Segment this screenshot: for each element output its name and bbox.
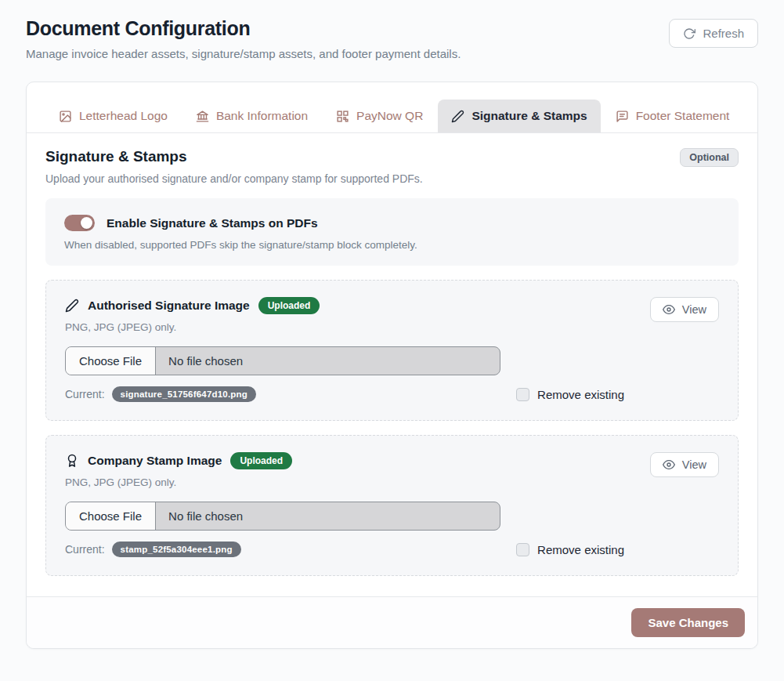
choose-file-button[interactable]: Choose File [66, 502, 156, 530]
stamp-upload-card: Company Stamp Image Uploaded PNG, JPG (J… [45, 435, 739, 576]
stamp-file-input[interactable]: Choose File No file chosen [65, 502, 500, 531]
view-label: View [682, 303, 706, 316]
pen-icon [65, 299, 79, 313]
tab-paynow-qr[interactable]: PayNow QR [323, 100, 436, 132]
file-chosen-text: No file chosen [156, 502, 255, 530]
signature-file-input[interactable]: Choose File No file chosen [65, 346, 500, 375]
section-title: Signature & Stamps [45, 148, 187, 165]
current-label: Current: [65, 543, 105, 556]
upload-card-title-block: Authorised Signature Image Uploaded PNG,… [65, 297, 320, 333]
toggle-helper-text: When disabled, supported PDFs skip the s… [64, 239, 720, 251]
tab-label: Bank Information [216, 109, 308, 123]
toggle-knob [81, 217, 92, 229]
upload-title: Company Stamp Image [88, 454, 222, 468]
enable-toggle-panel: Enable Signature & Stamps on PDFs When d… [45, 198, 739, 266]
bank-icon [196, 110, 209, 123]
tab-label: Signature & Stamps [471, 109, 587, 123]
pen-icon [451, 110, 464, 123]
refresh-button[interactable]: Refresh [669, 19, 758, 48]
enable-signature-toggle[interactable] [64, 215, 95, 231]
image-icon [59, 110, 72, 123]
upload-card-header: Authorised Signature Image Uploaded PNG,… [65, 297, 719, 333]
remove-existing-checkbox[interactable] [516, 543, 529, 556]
page-title: Document Configuration [26, 17, 461, 40]
page-header: Document Configuration Manage invoice he… [26, 17, 758, 60]
view-label: View [682, 458, 706, 471]
configuration-card: Letterhead Logo Bank Information PayNow … [26, 82, 758, 649]
current-file-row: Current: signature_51756f647d10.png Remo… [65, 386, 624, 402]
tab-signature-stamps[interactable]: Signature & Stamps [438, 100, 600, 132]
tab-label: PayNow QR [356, 109, 423, 123]
tab-letterhead-logo[interactable]: Letterhead Logo [45, 100, 181, 132]
file-chosen-text: No file chosen [156, 347, 255, 375]
remove-existing-label: Remove existing [537, 388, 624, 401]
upload-hint: PNG, JPG (JPEG) only. [65, 321, 320, 333]
uploaded-status-badge: Uploaded [230, 452, 292, 469]
uploaded-status-badge: Uploaded [258, 297, 320, 314]
tab-bar: Letterhead Logo Bank Information PayNow … [27, 82, 757, 133]
qr-icon [336, 110, 349, 123]
card-footer: Save Changes [27, 596, 757, 648]
signature-upload-card: Authorised Signature Image Uploaded PNG,… [45, 280, 739, 421]
remove-existing-checkbox[interactable] [516, 388, 529, 401]
upload-title: Authorised Signature Image [88, 299, 250, 313]
current-file-row: Current: stamp_52f5a304eee1.png Remove e… [65, 542, 624, 557]
page-subtitle: Manage invoice header assets, signature/… [26, 47, 461, 60]
current-label: Current: [65, 388, 105, 400]
toggle-label: Enable Signature & Stamps on PDFs [107, 216, 318, 230]
eye-icon [663, 458, 675, 471]
current-file-badge: signature_51756f647d10.png [112, 386, 256, 402]
eye-icon [663, 303, 675, 316]
upload-hint: PNG, JPG (JPEG) only. [65, 476, 292, 488]
tab-panel-signature-stamps: Signature & Stamps Optional Upload your … [27, 133, 757, 596]
choose-file-button[interactable]: Choose File [66, 347, 156, 375]
tab-footer-statement[interactable]: Footer Statement [602, 100, 743, 132]
section-header: Signature & Stamps Optional [45, 148, 739, 167]
view-stamp-button[interactable]: View [650, 452, 719, 477]
current-file-badge: stamp_52f5a304eee1.png [112, 542, 241, 557]
toggle-row: Enable Signature & Stamps on PDFs [64, 215, 720, 231]
upload-title-row: Company Stamp Image Uploaded [65, 452, 292, 469]
view-signature-button[interactable]: View [650, 297, 719, 322]
save-changes-button[interactable]: Save Changes [631, 608, 745, 637]
remove-existing-stamp[interactable]: Remove existing [516, 543, 624, 556]
tab-label: Letterhead Logo [79, 109, 168, 123]
page-header-text: Document Configuration Manage invoice he… [26, 17, 461, 60]
current-file-group: Current: stamp_52f5a304eee1.png [65, 542, 241, 557]
section-subtitle: Upload your authorised signature and/or … [45, 172, 739, 185]
current-file-group: Current: signature_51756f647d10.png [65, 386, 256, 402]
optional-badge: Optional [680, 148, 739, 167]
chat-icon [616, 110, 629, 123]
refresh-icon [683, 27, 695, 40]
tab-bank-information[interactable]: Bank Information [182, 100, 321, 132]
remove-existing-label: Remove existing [537, 543, 624, 556]
refresh-label: Refresh [703, 27, 744, 40]
tab-label: Footer Statement [636, 109, 730, 123]
upload-title-row: Authorised Signature Image Uploaded [65, 297, 320, 314]
document-configuration-page: Document Configuration Manage invoice he… [0, 0, 784, 668]
upload-card-title-block: Company Stamp Image Uploaded PNG, JPG (J… [65, 452, 292, 488]
upload-card-header: Company Stamp Image Uploaded PNG, JPG (J… [65, 452, 719, 488]
stamp-award-icon [65, 454, 79, 468]
remove-existing-signature[interactable]: Remove existing [516, 388, 624, 401]
